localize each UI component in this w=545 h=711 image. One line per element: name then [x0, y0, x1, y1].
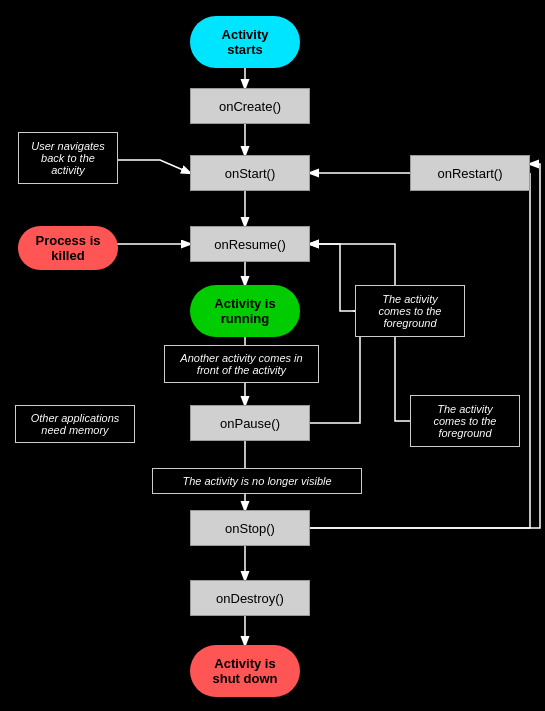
- onrestart-node: onRestart(): [410, 155, 530, 191]
- onpause-label: onPause(): [220, 416, 280, 431]
- another-activity-text: Another activity comes in front of the a…: [171, 352, 312, 376]
- activity-shutdown-label: Activity is shut down: [213, 656, 278, 686]
- onstop-label: onStop(): [225, 521, 275, 536]
- activity-starts-label: Activity starts: [222, 27, 269, 57]
- oncreate-label: onCreate(): [219, 99, 281, 114]
- ondestroy-node: onDestroy(): [190, 580, 310, 616]
- onstart-node: onStart(): [190, 155, 310, 191]
- foreground1-label: The activity comes to the foreground: [355, 285, 465, 337]
- foreground2-text: The activity comes to the foreground: [434, 403, 497, 439]
- other-apps-label: Other applications need memory: [15, 405, 135, 443]
- onresume-label: onResume(): [214, 237, 286, 252]
- another-activity-label: Another activity comes in front of the a…: [164, 345, 319, 383]
- user-navigates-label: User navigates back to the activity: [18, 132, 118, 184]
- no-longer-visible-label: The activity is no longer visible: [152, 468, 362, 494]
- other-apps-text: Other applications need memory: [22, 412, 128, 436]
- foreground2-label: The activity comes to the foreground: [410, 395, 520, 447]
- no-longer-visible-text: The activity is no longer visible: [182, 475, 331, 487]
- foreground1-text: The activity comes to the foreground: [379, 293, 442, 329]
- activity-starts-node: Activity starts: [190, 16, 300, 68]
- user-navigates-text: User navigates back to the activity: [31, 140, 104, 176]
- onstart-label: onStart(): [225, 166, 276, 181]
- oncreate-node: onCreate(): [190, 88, 310, 124]
- onstop-node: onStop(): [190, 510, 310, 546]
- ondestroy-label: onDestroy(): [216, 591, 284, 606]
- onpause-node: onPause(): [190, 405, 310, 441]
- onrestart-label: onRestart(): [437, 166, 502, 181]
- activity-shutdown-node: Activity is shut down: [190, 645, 300, 697]
- activity-running-node: Activity is running: [190, 285, 300, 337]
- process-killed-label: Process is killed: [35, 233, 100, 263]
- activity-running-label: Activity is running: [214, 296, 275, 326]
- process-killed-node: Process is killed: [18, 226, 118, 270]
- onresume-node: onResume(): [190, 226, 310, 262]
